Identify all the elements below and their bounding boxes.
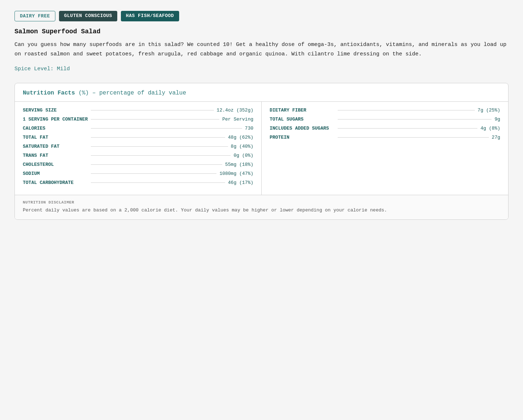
nutrition-value: 7g (25%) [478, 108, 500, 113]
nutrition-line [91, 137, 225, 138]
nutrition-line [91, 182, 225, 183]
nutrition-label: PROTEIN [270, 135, 335, 140]
nutrition-line [338, 110, 475, 110]
nutrition-value: 55mg (18%) [225, 162, 253, 167]
nutrition-left-col: SERVING SIZE 12.4oz (352g) 1 SERVING PER… [15, 102, 262, 195]
tag-dairy-free: DAIRY FREE [14, 11, 55, 21]
nutrition-header: Nutrition Facts (%) – percentage of dail… [15, 83, 508, 102]
nutrition-label: 1 SERVING PER CONTAINER [23, 117, 88, 122]
tags-row: DAIRY FREE GLUTEN CONSCIOUS HAS FISH/SEA… [14, 11, 509, 21]
spice-level: Spice Level: Mild [14, 66, 509, 72]
nutrition-label: TRANS FAT [23, 153, 88, 158]
nutrition-line [91, 128, 242, 129]
nutrition-value: 12.4oz (352g) [217, 108, 253, 113]
nutrition-value: 730 [245, 126, 253, 131]
disclaimer-text: Percent daily values are based on a 2,00… [23, 207, 500, 214]
dish-title: Salmon Superfood Salad [14, 28, 509, 35]
table-row: TOTAL SUGARS 9g [270, 117, 500, 122]
nutrition-line [338, 128, 477, 129]
nutrition-label: CALORIES [23, 126, 88, 131]
nutrition-value: 1080mg (47%) [219, 171, 253, 176]
nutrition-value: 27g [492, 135, 500, 140]
nutrition-value: 46g (17%) [228, 180, 253, 185]
nutrition-label: TOTAL SUGARS [270, 117, 335, 122]
table-row: 1 SERVING PER CONTAINER Per Serving [23, 117, 253, 122]
nutrition-right-col: DIETARY FIBER 7g (25%) TOTAL SUGARS 9g I… [262, 102, 508, 195]
tag-gluten-conscious: GLUTEN CONSCIOUS [59, 11, 117, 21]
tag-has-fish-seafood: HAS FISH/SEAFOOD [121, 11, 179, 21]
table-row: DIETARY FIBER 7g (25%) [270, 108, 500, 113]
disclaimer-title: NUTRITION DISCLAIMER [23, 200, 500, 205]
nutrition-value: 48g (62%) [228, 135, 253, 140]
table-row: TOTAL FAT 48g (62%) [23, 135, 253, 140]
nutrition-value: 8g (40%) [231, 144, 253, 149]
nutrition-line [91, 110, 214, 110]
table-row: PROTEIN 27g [270, 135, 500, 140]
nutrition-value: 0g (0%) [233, 153, 253, 158]
nutrition-value: Per Serving [222, 117, 253, 122]
nutrition-line [338, 137, 489, 138]
table-row: CALORIES 730 [23, 126, 253, 131]
nutrition-label: SATURATED FAT [23, 144, 88, 149]
nutrition-label: SODIUM [23, 171, 88, 176]
table-row: SERVING SIZE 12.4oz (352g) [23, 108, 253, 113]
table-row: SATURATED FAT 8g (40%) [23, 144, 253, 149]
nutrition-line [91, 164, 222, 165]
table-row: CHOLESTEROL 55mg (18%) [23, 162, 253, 167]
nutrition-label: CHOLESTEROL [23, 162, 88, 167]
nutrition-line [91, 155, 231, 156]
nutrition-label: TOTAL FAT [23, 135, 88, 140]
nutrition-header-text: Nutrition Facts (%) – percentage of dail… [23, 90, 186, 96]
nutrition-label: SERVING SIZE [23, 108, 88, 113]
nutrition-disclaimer: NUTRITION DISCLAIMER Percent daily value… [15, 195, 508, 219]
dish-description: Can you guess how many superfoods are in… [14, 40, 509, 59]
nutrition-line [91, 173, 216, 174]
nutrition-card: Nutrition Facts (%) – percentage of dail… [14, 83, 509, 220]
nutrition-value: 4g (8%) [480, 126, 500, 131]
nutrition-label: INCLUDES ADDED SUGARS [270, 126, 335, 131]
table-row: TOTAL CARBOHYDRATE 46g (17%) [23, 180, 253, 185]
nutrition-body: SERVING SIZE 12.4oz (352g) 1 SERVING PER… [15, 102, 508, 195]
nutrition-value: 9g [494, 117, 500, 122]
table-row: SODIUM 1080mg (47%) [23, 171, 253, 176]
nutrition-line [91, 146, 228, 147]
table-row: INCLUDES ADDED SUGARS 4g (8%) [270, 126, 500, 131]
nutrition-line [338, 119, 492, 119]
nutrition-label: DIETARY FIBER [270, 108, 335, 113]
table-row: TRANS FAT 0g (0%) [23, 153, 253, 158]
nutrition-label: TOTAL CARBOHYDRATE [23, 180, 88, 185]
nutrition-line [91, 119, 219, 119]
